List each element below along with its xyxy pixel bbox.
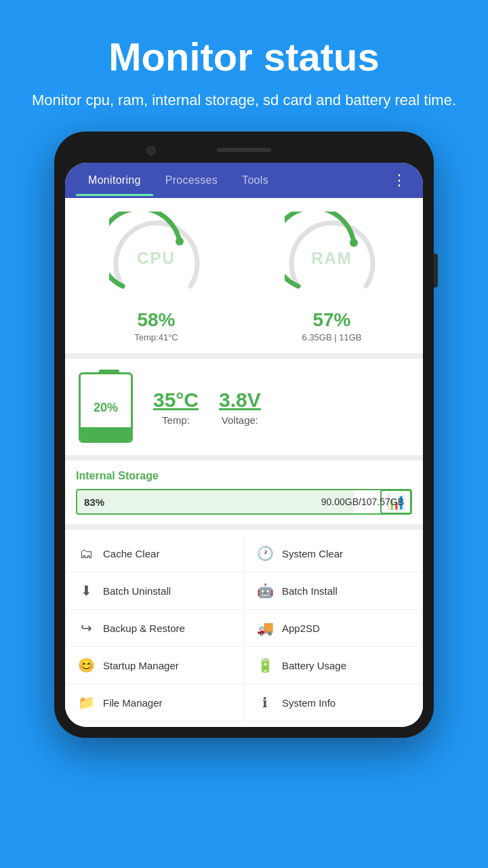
startup-manager-label: Startup Manager — [103, 660, 179, 671]
battery-icon-display: 20% — [79, 370, 140, 444]
battery-usage-label: Battery Usage — [282, 660, 346, 671]
battery-temp-value: 35°C — [153, 389, 199, 412]
ram-percent: 57% — [312, 309, 350, 331]
tab-bar: Monitoring Processes Tools — [76, 165, 386, 196]
system-info-label: System Info — [282, 697, 336, 709]
svg-point-1 — [350, 239, 358, 247]
cache-clear-label: Cache Clear — [103, 548, 159, 559]
phone-top — [65, 142, 423, 163]
phone-mockup: Monitoring Processes Tools ⋮ — [47, 132, 441, 868]
battery-body: 20% — [79, 372, 133, 443]
storage-section: Internal Storage 83% 90.00GB/107.57GB 📊 — [65, 460, 423, 524]
gauges-row: CPU 58% Temp:41°C — [65, 198, 423, 353]
battery-stats: 35°C Temp: 3.8V Voltage: — [153, 389, 409, 426]
tool-file-manager[interactable]: 📁 File Manager — [65, 684, 244, 722]
battery-voltage-stat: 3.8V Voltage: — [219, 389, 261, 426]
backup-restore-icon: ↪ — [77, 619, 95, 637]
cpu-gauge: CPU 58% Temp:41°C — [72, 212, 241, 342]
startup-manager-icon: 😊 — [77, 656, 95, 674]
cpu-label: CPU — [137, 249, 176, 268]
battery-fill — [81, 427, 131, 441]
tool-app2sd[interactable]: 🚚 App2SD — [244, 610, 423, 647]
battery-temp-stat: 35°C Temp: — [153, 389, 199, 426]
system-info-icon: ℹ — [256, 694, 274, 711]
tool-startup-manager[interactable]: 😊 Startup Manager — [65, 647, 244, 684]
hero-title: Monitor status — [32, 34, 456, 79]
system-clear-icon: 🕐 — [256, 545, 274, 562]
cpu-temp: Temp:41°C — [134, 332, 178, 342]
backup-restore-label: Backup & Restore — [103, 623, 185, 634]
batch-install-icon: 🤖 — [256, 582, 274, 599]
cpu-percent: 58% — [137, 309, 175, 331]
hero-section: Monitor status Monitor cpu, ram, interna… — [5, 0, 483, 132]
speaker — [217, 148, 271, 152]
app2sd-label: App2SD — [282, 623, 320, 634]
screen-content: CPU 58% Temp:41°C — [65, 198, 423, 727]
file-manager-icon: 📁 — [77, 694, 95, 711]
ram-detail: 6.35GB | 11GB — [302, 332, 362, 342]
camera — [146, 146, 156, 155]
ram-gauge-circle: RAM — [285, 212, 380, 307]
battery-voltage-value: 3.8V — [219, 389, 261, 412]
tool-batch-install[interactable]: 🤖 Batch Install — [244, 572, 423, 610]
tool-batch-uninstall[interactable]: ⬇ Batch Uninstall — [65, 572, 244, 610]
storage-fill — [77, 490, 354, 513]
tool-system-clear[interactable]: 🕐 System Clear — [244, 535, 423, 572]
tab-monitoring[interactable]: Monitoring — [76, 165, 153, 196]
battery-voltage-label: Voltage: — [222, 414, 258, 426]
tools-section: 🗂 Cache Clear 🕐 System Clear ⬇ Batch Uni… — [65, 530, 423, 727]
storage-title: Internal Storage — [76, 470, 412, 482]
hero-subtitle: Monitor cpu, ram, internal storage, sd c… — [32, 89, 456, 111]
storage-percent: 83% — [77, 496, 104, 508]
cache-clear-icon: 🗂 — [77, 545, 95, 562]
tool-backup-restore[interactable]: ↪ Backup & Restore — [65, 610, 244, 647]
battery-row: 20% 35°C Temp: 3.8V Voltage: — [65, 359, 423, 455]
battery-percent-display: 20% — [94, 401, 118, 415]
phone-screen: Monitoring Processes Tools ⋮ — [65, 163, 423, 727]
battery-usage-icon: 🔋 — [256, 656, 274, 674]
batch-install-label: Batch Install — [282, 585, 338, 597]
svg-point-0 — [176, 237, 184, 245]
batch-uninstall-icon: ⬇ — [77, 582, 95, 599]
cpu-gauge-circle: CPU — [109, 212, 204, 307]
ram-label: RAM — [311, 249, 352, 268]
side-button — [434, 254, 438, 288]
tool-cache-clear[interactable]: 🗂 Cache Clear — [65, 535, 244, 572]
app2sd-icon: 🚚 — [256, 619, 274, 637]
ram-gauge: RAM 57% 6.35GB | 11GB — [247, 212, 416, 342]
tool-system-info[interactable]: ℹ System Info — [244, 684, 423, 722]
tools-grid: 🗂 Cache Clear 🕐 System Clear ⬇ Batch Uni… — [65, 535, 423, 722]
tab-processes[interactable]: Processes — [153, 165, 230, 196]
battery-temp-label: Temp: — [162, 414, 190, 426]
file-manager-label: File Manager — [103, 697, 163, 709]
storage-bar: 83% 90.00GB/107.57GB 📊 — [76, 489, 412, 515]
system-clear-label: System Clear — [282, 548, 343, 559]
phone-body: Monitoring Processes Tools ⋮ — [54, 132, 434, 738]
tool-battery-usage[interactable]: 🔋 Battery Usage — [244, 647, 423, 684]
menu-button[interactable]: ⋮ — [386, 166, 412, 195]
tab-tools[interactable]: Tools — [230, 165, 281, 196]
storage-detail: 90.00GB/107.57GB — [321, 496, 404, 507]
app-bar: Monitoring Processes Tools ⋮ — [65, 163, 423, 198]
batch-uninstall-label: Batch Uninstall — [103, 585, 171, 597]
